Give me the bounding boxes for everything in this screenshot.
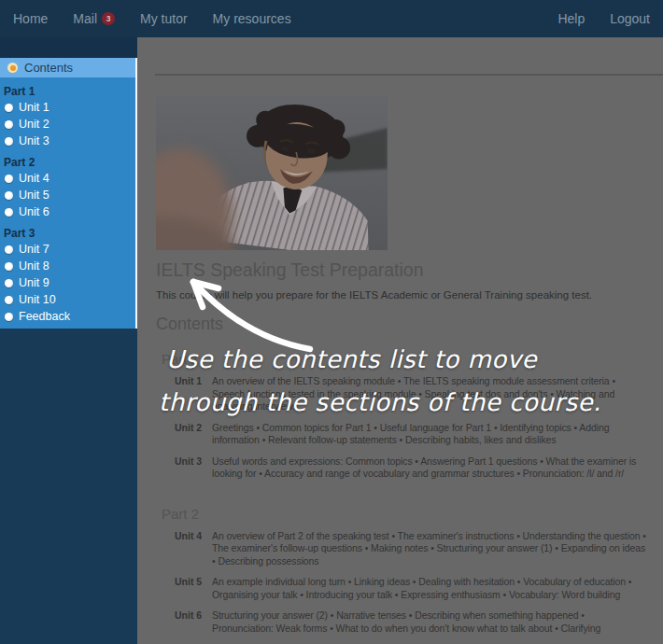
sidebar-header-contents[interactable]: Contents [0,58,135,77]
bullet-icon [5,245,13,254]
nav-my-tutor-label: My tutor [140,11,188,26]
sidebar-top-gap [0,37,137,58]
sidebar-item-label: Feedback [19,310,70,323]
bullet-icon [5,175,13,183]
sidebar-item-label: Unit 7 [19,243,49,256]
unit-description: An example individual long turn • Linkin… [212,576,648,601]
unit-row: Unit 2 Greetings • Common topics for Par… [175,422,648,447]
sidebar-item-unit-10[interactable]: Unit 10 [0,291,135,308]
sidebar-item-unit-6[interactable]: Unit 6 [0,203,135,220]
unit-label: Unit 6 [175,609,205,635]
content-part-2-heading: Part 2 [162,506,663,522]
sidebar-item-unit-1[interactable]: Unit 1 [0,99,135,116]
sidebar-item-label: Unit 3 [19,134,49,147]
nav-help[interactable]: Help [557,11,585,26]
unit-label: Unit 2 [175,422,205,447]
bullet-icon [5,120,13,129]
radio-bullet-icon [7,63,18,73]
sidebar-item-unit-2[interactable]: Unit 2 [0,116,135,133]
sidebar-item-label: Unit 4 [19,172,49,185]
bullet-icon [5,208,13,217]
nav-logout-label: Logout [610,11,650,26]
contents-heading: Contents [156,315,663,334]
unit-label: Unit 1 [175,375,205,413]
course-content-panel: IELTS Speaking Test Preparation This cou… [137,37,663,644]
nav-logout[interactable]: Logout [610,11,650,26]
sidebar-item-unit-7[interactable]: Unit 7 [0,241,135,258]
bullet-icon [5,137,13,146]
unit-description: An overview of Part 2 of the speaking te… [212,530,648,568]
bullet-icon [5,313,13,321]
sidebar-item-label: Unit 6 [19,205,49,218]
top-navigation-bar: Home Mail 3 My tutor My resources Help L… [0,0,663,37]
unit-row: Unit 6 Structuring your answer (2) • Nar… [175,609,648,635]
nav-mail-label: Mail [73,11,97,26]
bullet-icon [5,296,13,304]
course-photo [156,96,388,250]
mail-count-badge: 3 [102,12,115,25]
nav-mail[interactable]: Mail 3 [73,11,115,26]
contents-sidebar: Contents Part 1 Unit 1 Unit 2 Unit 3 Par… [0,58,137,329]
bullet-icon [5,262,13,271]
sidebar-item-feedback[interactable]: Feedback [0,308,135,325]
course-title: IELTS Speaking Test Preparation [156,259,663,281]
sidebar-item-unit-9[interactable]: Unit 9 [0,274,135,291]
nav-my-tutor[interactable]: My tutor [140,11,188,26]
sidebar-item-label: Unit 8 [19,259,49,273]
course-intro: This course will help you prepare for th… [156,289,663,301]
unit-description: An overview of the IELTS speaking module… [212,375,648,413]
bullet-icon [5,279,13,287]
unit-row: Unit 3 Useful words and expressions: Com… [175,455,648,481]
unit-row: Unit 5 An example individual long turn •… [175,576,648,601]
sidebar-item-unit-8[interactable]: Unit 8 [0,258,135,274]
sidebar-item-label: Unit 5 [19,189,49,202]
sidebar-item-unit-5[interactable]: Unit 5 [0,187,135,203]
unit-row: Unit 1 An overview of the IELTS speaking… [175,375,648,413]
course-text-block: IELTS Speaking Test Preparation This cou… [137,250,663,644]
sidebar-item-label: Unit 2 [19,118,49,131]
sidebar-item-label: Unit 9 [19,276,49,289]
bullet-icon [5,191,13,200]
unit-description: Structuring your answer (2) • Narrative … [212,609,648,635]
sidebar-part-2-label: Part 2 [4,155,135,170]
unit-row: Unit 4 An overview of Part 2 of the spea… [175,530,648,568]
sidebar-part-1-label: Part 1 [4,84,135,99]
sidebar-nav-list: Part 1 Unit 1 Unit 2 Unit 3 Part 2 Unit … [0,77,135,325]
unit-description: Greetings • Common topics for Part 1 • U… [212,422,648,447]
sidebar-part-3-label: Part 3 [4,226,135,241]
bullet-icon [5,104,13,112]
sidebar-item-unit-4[interactable]: Unit 4 [0,170,135,187]
unit-label: Unit 4 [175,530,205,568]
unit-description: Useful words and expressions: Common top… [212,455,648,481]
sidebar-header-label: Contents [24,61,73,75]
sidebar-item-label: Unit 1 [19,101,49,114]
nav-right-group: Help Logout [532,11,650,26]
unit-label: Unit 5 [175,576,205,601]
content-top-divider [155,74,663,76]
sidebar-item-label: Unit 10 [19,293,56,306]
sidebar-bottom-filler [0,329,137,644]
unit-label: Unit 3 [175,455,205,481]
nav-help-label: Help [557,11,585,26]
nav-my-resources-label: My resources [213,11,291,26]
nav-home[interactable]: Home [13,11,48,26]
sidebar-item-unit-3[interactable]: Unit 3 [0,133,135,149]
content-part-1-heading: Part 1 [162,351,663,367]
nav-home-label: Home [13,11,48,26]
nav-my-resources[interactable]: My resources [213,11,291,26]
